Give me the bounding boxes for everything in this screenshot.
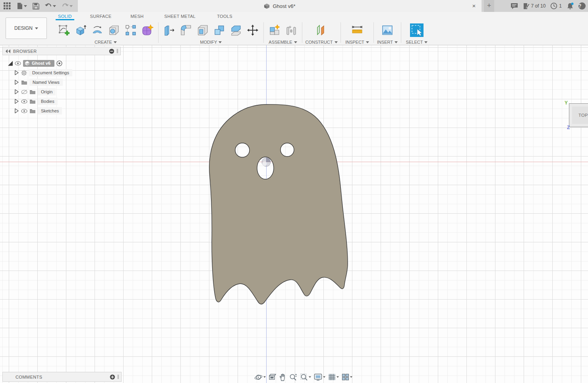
- tab-solid[interactable]: SOLID: [56, 13, 74, 20]
- construct-group-dropdown[interactable]: CONSTRUCT: [305, 39, 337, 45]
- zoom-button[interactable]: [289, 373, 297, 381]
- undo-button[interactable]: [43, 2, 58, 10]
- fillet-button[interactable]: [178, 22, 193, 38]
- look-at-icon: [269, 373, 277, 381]
- display-settings-button[interactable]: [314, 373, 325, 381]
- browser-header[interactable]: BROWSER: [2, 47, 121, 55]
- fit-button[interactable]: [300, 373, 311, 381]
- tab-sheet-metal[interactable]: SHEET METAL: [162, 13, 198, 20]
- viewports-button[interactable]: [342, 373, 352, 381]
- assemble-group-dropdown[interactable]: ASSEMBLE: [269, 39, 297, 45]
- design-workspace-selector[interactable]: DESIGN: [6, 17, 47, 39]
- browser-item-label[interactable]: Document Settings: [29, 69, 72, 76]
- browser-item-label[interactable]: Origin: [38, 88, 56, 95]
- expand-icon[interactable]: [14, 89, 19, 94]
- browser-row-bodies[interactable]: Bodies: [2, 97, 121, 106]
- layout-grid-button[interactable]: [328, 373, 339, 381]
- activate-component-icon[interactable]: [56, 60, 62, 66]
- document-tab[interactable]: Ghost v6* ×: [78, 0, 482, 12]
- viewcube[interactable]: TOP: [569, 103, 588, 127]
- comment-icon[interactable]: [511, 3, 518, 10]
- browser-row-root[interactable]: Ghost v6: [2, 58, 121, 68]
- browser-item-label[interactable]: Bodies: [38, 98, 58, 105]
- insert-image-button[interactable]: [380, 22, 395, 38]
- comments-panel[interactable]: COMMENTS: [2, 372, 122, 382]
- expand-icon[interactable]: [14, 70, 19, 75]
- group-divider: [263, 22, 264, 43]
- form-button[interactable]: [140, 22, 155, 38]
- save-progress-indicator[interactable]: 7 of 10: [523, 3, 546, 10]
- notifications-bell[interactable]: [567, 2, 574, 10]
- extrude-icon: [77, 25, 86, 35]
- fit-icon: [300, 373, 308, 381]
- visibility-eye-icon[interactable]: [15, 61, 21, 66]
- origin-marker[interactable]: [262, 158, 271, 166]
- expand-icon[interactable]: [14, 99, 19, 104]
- select-group-dropdown[interactable]: SELECT: [406, 39, 428, 45]
- select-button[interactable]: [409, 22, 424, 38]
- create-group-dropdown[interactable]: CREATE: [95, 39, 117, 45]
- construct-plane-button[interactable]: [314, 22, 329, 38]
- viewcube-top-face[interactable]: TOP: [572, 106, 588, 124]
- group-divider: [340, 22, 341, 43]
- browser-row-origin[interactable]: Origin: [2, 87, 121, 97]
- modify-group-dropdown[interactable]: MODIFY: [200, 39, 222, 45]
- close-tab-icon[interactable]: ×: [470, 2, 478, 10]
- visibility-off-icon[interactable]: [21, 89, 27, 95]
- expand-icon[interactable]: [14, 80, 19, 85]
- group-divider: [302, 22, 302, 43]
- tab-tools[interactable]: TOOLS: [215, 13, 235, 20]
- hole-button[interactable]: [106, 22, 122, 38]
- split-body-button[interactable]: [228, 22, 244, 38]
- file-menu-button[interactable]: [15, 2, 29, 10]
- joint-button[interactable]: [284, 22, 299, 38]
- browser-row-document-settings[interactable]: Document Settings: [2, 68, 121, 77]
- create-sketch-button[interactable]: [56, 22, 72, 38]
- expand-icon[interactable]: [14, 108, 19, 113]
- browser-item-label[interactable]: Named Views: [29, 79, 63, 86]
- redo-button[interactable]: [60, 2, 74, 10]
- tab-surface[interactable]: SURFACE: [88, 13, 114, 20]
- combine-icon: [215, 26, 224, 35]
- browser-row-named-views[interactable]: Named Views: [2, 77, 121, 87]
- tab-mesh[interactable]: MESH: [128, 13, 146, 20]
- panel-grip[interactable]: [117, 49, 118, 53]
- help-icon[interactable]: ?: [578, 2, 586, 10]
- job-status-clock[interactable]: 1: [550, 2, 562, 10]
- orbit-button[interactable]: [254, 373, 266, 381]
- panel-grip[interactable]: [118, 375, 119, 379]
- remove-panel-icon[interactable]: [109, 48, 114, 54]
- collapse-panel-icon[interactable]: [5, 49, 11, 53]
- insert-group-dropdown[interactable]: INSERT: [377, 39, 398, 45]
- new-tab-button[interactable]: +: [484, 0, 494, 12]
- group-construct: CONSTRUCT: [303, 21, 340, 45]
- browser-item-label[interactable]: Sketches: [38, 107, 62, 114]
- browser-panel: BROWSER Ghost v6 Document Settings: [2, 47, 121, 116]
- expand-root-icon[interactable]: [8, 61, 13, 66]
- add-comment-icon[interactable]: [110, 374, 115, 380]
- revolve-button[interactable]: [90, 22, 105, 38]
- browser-row-sketches[interactable]: Sketches: [2, 106, 121, 116]
- visibility-eye-icon[interactable]: [21, 109, 27, 113]
- group-divider: [373, 22, 374, 43]
- component-root-chip[interactable]: Ghost v6: [23, 60, 54, 67]
- chevron-down-icon: [366, 41, 369, 43]
- press-pull-button[interactable]: [162, 22, 177, 38]
- measure-button[interactable]: [350, 22, 365, 38]
- folder-icon: [29, 99, 36, 104]
- move-button[interactable]: [245, 22, 260, 38]
- new-component-button[interactable]: [267, 22, 282, 38]
- visibility-eye-icon[interactable]: [21, 99, 27, 104]
- save-button[interactable]: [31, 2, 41, 10]
- look-at-button[interactable]: [269, 373, 277, 381]
- app-grid-icon[interactable]: [2, 1, 13, 11]
- folder-icon: [29, 89, 36, 95]
- pan-button[interactable]: [279, 373, 286, 381]
- extrude-button[interactable]: [73, 22, 88, 38]
- chevron-down-icon: [294, 41, 297, 43]
- inspect-group-dropdown[interactable]: INSPECT: [345, 39, 369, 45]
- pattern-button[interactable]: [123, 22, 138, 38]
- bell-icon: [567, 2, 574, 10]
- combine-button[interactable]: [212, 22, 227, 38]
- shell-button[interactable]: [195, 22, 210, 38]
